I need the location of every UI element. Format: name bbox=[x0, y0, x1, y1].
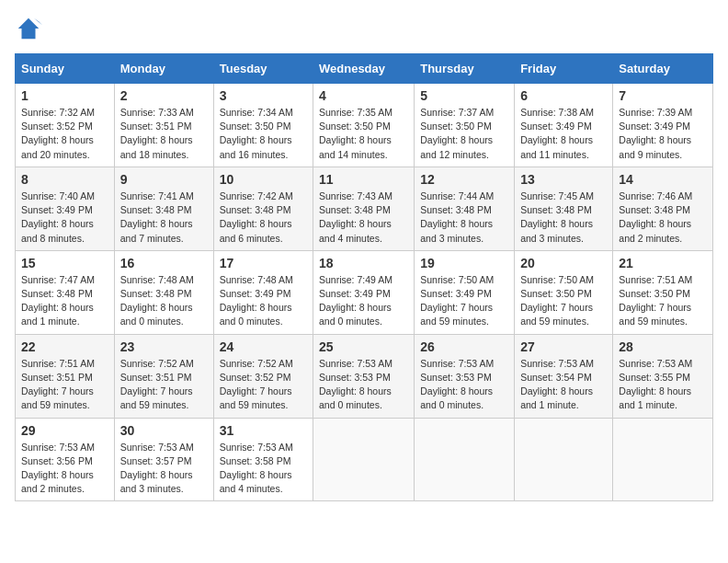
day-number: 10 bbox=[220, 172, 307, 187]
calendar-day-cell: 7Sunrise: 7:39 AMSunset: 3:49 PMDaylight… bbox=[613, 84, 713, 167]
day-info: Sunrise: 7:34 AMSunset: 3:50 PMDaylight:… bbox=[220, 106, 307, 162]
day-number: 11 bbox=[319, 172, 408, 187]
day-info: Sunrise: 7:50 AMSunset: 3:50 PMDaylight:… bbox=[520, 273, 607, 329]
calendar-day-cell bbox=[515, 418, 613, 501]
day-number: 21 bbox=[619, 256, 707, 270]
calendar-day-cell: 27Sunrise: 7:53 AMSunset: 3:54 PMDayligh… bbox=[515, 334, 613, 418]
calendar-week-row: 8Sunrise: 7:40 AMSunset: 3:49 PMDaylight… bbox=[16, 167, 713, 250]
day-number: 5 bbox=[420, 88, 508, 103]
day-info: Sunrise: 7:53 AMSunset: 3:53 PMDaylight:… bbox=[420, 357, 508, 413]
calendar-day-cell: 12Sunrise: 7:44 AMSunset: 3:48 PMDayligh… bbox=[415, 167, 515, 250]
day-number: 8 bbox=[21, 172, 108, 187]
day-number: 22 bbox=[21, 339, 108, 354]
calendar-week-row: 15Sunrise: 7:47 AMSunset: 3:48 PMDayligh… bbox=[16, 250, 713, 334]
calendar-header-row: SundayMondayTuesdayWednesdayThursdayFrid… bbox=[16, 54, 713, 84]
calendar-day-cell: 17Sunrise: 7:48 AMSunset: 3:49 PMDayligh… bbox=[213, 250, 313, 334]
day-info: Sunrise: 7:49 AMSunset: 3:49 PMDaylight:… bbox=[319, 273, 408, 329]
calendar-day-cell: 28Sunrise: 7:53 AMSunset: 3:55 PMDayligh… bbox=[613, 334, 713, 418]
calendar-day-cell bbox=[415, 418, 515, 501]
header-wednesday: Wednesday bbox=[313, 54, 415, 84]
day-info: Sunrise: 7:38 AMSunset: 3:49 PMDaylight:… bbox=[520, 106, 607, 162]
calendar-day-cell: 8Sunrise: 7:40 AMSunset: 3:49 PMDaylight… bbox=[16, 167, 115, 250]
day-number: 3 bbox=[220, 88, 307, 103]
day-number: 31 bbox=[220, 423, 307, 438]
calendar-day-cell: 20Sunrise: 7:50 AMSunset: 3:50 PMDayligh… bbox=[515, 250, 613, 334]
day-number: 1 bbox=[21, 88, 108, 103]
calendar-day-cell: 11Sunrise: 7:43 AMSunset: 3:48 PMDayligh… bbox=[313, 167, 415, 250]
header-thursday: Thursday bbox=[415, 54, 515, 84]
calendar-day-cell bbox=[313, 418, 415, 501]
calendar-week-row: 22Sunrise: 7:51 AMSunset: 3:51 PMDayligh… bbox=[16, 334, 713, 418]
calendar-day-cell: 6Sunrise: 7:38 AMSunset: 3:49 PMDaylight… bbox=[515, 84, 613, 167]
calendar-day-cell: 14Sunrise: 7:46 AMSunset: 3:48 PMDayligh… bbox=[613, 167, 713, 250]
header-sunday: Sunday bbox=[16, 54, 115, 84]
day-info: Sunrise: 7:52 AMSunset: 3:51 PMDaylight:… bbox=[120, 357, 208, 413]
day-number: 28 bbox=[619, 339, 707, 354]
calendar-day-cell: 18Sunrise: 7:49 AMSunset: 3:49 PMDayligh… bbox=[313, 250, 415, 334]
calendar-day-cell: 24Sunrise: 7:52 AMSunset: 3:52 PMDayligh… bbox=[213, 334, 313, 418]
day-info: Sunrise: 7:42 AMSunset: 3:48 PMDaylight:… bbox=[220, 190, 307, 246]
day-number: 4 bbox=[319, 88, 408, 103]
calendar-week-row: 29Sunrise: 7:53 AMSunset: 3:56 PMDayligh… bbox=[16, 418, 713, 501]
day-info: Sunrise: 7:53 AMSunset: 3:58 PMDaylight:… bbox=[220, 441, 307, 497]
calendar-day-cell: 25Sunrise: 7:53 AMSunset: 3:53 PMDayligh… bbox=[313, 334, 415, 418]
calendar-day-cell: 1Sunrise: 7:32 AMSunset: 3:52 PMDaylight… bbox=[16, 84, 115, 167]
calendar-day-cell: 2Sunrise: 7:33 AMSunset: 3:51 PMDaylight… bbox=[114, 84, 213, 167]
day-number: 2 bbox=[120, 88, 208, 103]
calendar-day-cell: 19Sunrise: 7:50 AMSunset: 3:49 PMDayligh… bbox=[415, 250, 515, 334]
day-number: 30 bbox=[120, 423, 208, 438]
day-info: Sunrise: 7:53 AMSunset: 3:54 PMDaylight:… bbox=[520, 357, 607, 413]
day-info: Sunrise: 7:52 AMSunset: 3:52 PMDaylight:… bbox=[220, 357, 307, 413]
day-info: Sunrise: 7:51 AMSunset: 3:50 PMDaylight:… bbox=[619, 273, 707, 329]
day-info: Sunrise: 7:43 AMSunset: 3:48 PMDaylight:… bbox=[319, 190, 408, 246]
day-info: Sunrise: 7:46 AMSunset: 3:48 PMDaylight:… bbox=[619, 190, 707, 246]
day-info: Sunrise: 7:47 AMSunset: 3:48 PMDaylight:… bbox=[21, 273, 108, 329]
day-number: 6 bbox=[520, 88, 607, 103]
day-info: Sunrise: 7:45 AMSunset: 3:48 PMDaylight:… bbox=[520, 190, 607, 246]
header-friday: Friday bbox=[515, 54, 613, 84]
header-saturday: Saturday bbox=[613, 54, 713, 84]
day-number: 27 bbox=[520, 339, 607, 354]
calendar-table: SundayMondayTuesdayWednesdayThursdayFrid… bbox=[15, 53, 713, 501]
day-info: Sunrise: 7:39 AMSunset: 3:49 PMDaylight:… bbox=[619, 106, 707, 162]
calendar-day-cell: 29Sunrise: 7:53 AMSunset: 3:56 PMDayligh… bbox=[16, 418, 115, 501]
day-number: 20 bbox=[520, 256, 607, 270]
calendar-day-cell: 5Sunrise: 7:37 AMSunset: 3:50 PMDaylight… bbox=[415, 84, 515, 167]
day-number: 7 bbox=[619, 88, 707, 103]
calendar-day-cell: 16Sunrise: 7:48 AMSunset: 3:48 PMDayligh… bbox=[114, 250, 213, 334]
day-number: 13 bbox=[520, 172, 607, 187]
day-info: Sunrise: 7:35 AMSunset: 3:50 PMDaylight:… bbox=[319, 106, 408, 162]
calendar-day-cell: 13Sunrise: 7:45 AMSunset: 3:48 PMDayligh… bbox=[515, 167, 613, 250]
day-info: Sunrise: 7:48 AMSunset: 3:49 PMDaylight:… bbox=[220, 273, 307, 329]
day-number: 17 bbox=[220, 256, 307, 270]
day-number: 25 bbox=[319, 339, 408, 354]
header-monday: Monday bbox=[114, 54, 213, 84]
calendar-day-cell: 23Sunrise: 7:52 AMSunset: 3:51 PMDayligh… bbox=[114, 334, 213, 418]
day-info: Sunrise: 7:50 AMSunset: 3:49 PMDaylight:… bbox=[420, 273, 508, 329]
header-tuesday: Tuesday bbox=[213, 54, 313, 84]
calendar-day-cell bbox=[613, 418, 713, 501]
day-number: 16 bbox=[120, 256, 208, 270]
day-number: 29 bbox=[21, 423, 108, 438]
calendar-day-cell: 21Sunrise: 7:51 AMSunset: 3:50 PMDayligh… bbox=[613, 250, 713, 334]
calendar-day-cell: 10Sunrise: 7:42 AMSunset: 3:48 PMDayligh… bbox=[213, 167, 313, 250]
svg-marker-0 bbox=[18, 18, 40, 40]
day-number: 9 bbox=[120, 172, 208, 187]
day-info: Sunrise: 7:53 AMSunset: 3:55 PMDaylight:… bbox=[619, 357, 707, 413]
logo-icon bbox=[15, 15, 42, 42]
day-number: 23 bbox=[120, 339, 208, 354]
day-number: 24 bbox=[220, 339, 307, 354]
calendar-day-cell: 9Sunrise: 7:41 AMSunset: 3:48 PMDaylight… bbox=[114, 167, 213, 250]
day-info: Sunrise: 7:32 AMSunset: 3:52 PMDaylight:… bbox=[21, 106, 108, 162]
day-info: Sunrise: 7:53 AMSunset: 3:53 PMDaylight:… bbox=[319, 357, 408, 413]
day-number: 14 bbox=[619, 172, 707, 187]
day-info: Sunrise: 7:53 AMSunset: 3:56 PMDaylight:… bbox=[21, 441, 108, 497]
day-number: 12 bbox=[420, 172, 508, 187]
svg-marker-1 bbox=[34, 18, 42, 26]
day-info: Sunrise: 7:44 AMSunset: 3:48 PMDaylight:… bbox=[420, 190, 508, 246]
calendar-day-cell: 30Sunrise: 7:53 AMSunset: 3:57 PMDayligh… bbox=[114, 418, 213, 501]
day-info: Sunrise: 7:48 AMSunset: 3:48 PMDaylight:… bbox=[120, 273, 208, 329]
calendar-day-cell: 26Sunrise: 7:53 AMSunset: 3:53 PMDayligh… bbox=[415, 334, 515, 418]
calendar-day-cell: 15Sunrise: 7:47 AMSunset: 3:48 PMDayligh… bbox=[16, 250, 115, 334]
day-info: Sunrise: 7:33 AMSunset: 3:51 PMDaylight:… bbox=[120, 106, 208, 162]
